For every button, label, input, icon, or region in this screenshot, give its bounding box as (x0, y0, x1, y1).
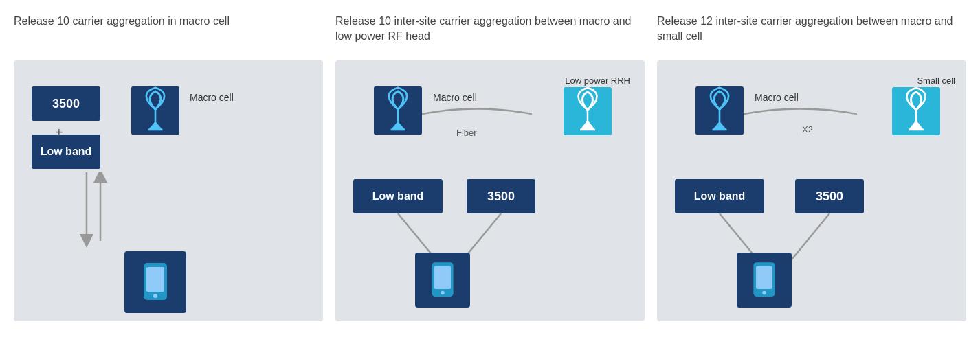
diagram-3-content: Macro cell Small cell (668, 73, 955, 306)
diagram-2-title: Release 10 inter-site carrier aggregatio… (335, 14, 645, 52)
diagram-1-content: 3500 + Low band (25, 73, 312, 306)
svg-rect-9 (146, 267, 164, 292)
diagram-1-panel: 3500 + Low band (14, 60, 323, 321)
diagrams-container: Release 10 carrier aggregation in macro … (14, 14, 966, 321)
d3-3500-box: 3500 (795, 179, 864, 213)
d3-small-cell-label: Small cell (917, 76, 955, 87)
diagram-1-block: Release 10 carrier aggregation in macro … (14, 14, 323, 321)
d2-3500-box: 3500 (467, 179, 535, 213)
d2-fiber-label: Fiber (456, 128, 477, 138)
d2-phone-icon (415, 253, 470, 308)
d2-rrh-antenna-icon (561, 85, 613, 137)
svg-point-24 (441, 291, 445, 295)
d3-small-cell-antenna-icon (890, 85, 942, 137)
diagram-3-block: Release 12 inter-site carrier aggregatio… (657, 14, 966, 321)
svg-rect-37 (756, 266, 772, 289)
d1-3500-box: 3500 (32, 86, 100, 121)
svg-point-10 (153, 294, 157, 298)
diagram-2-content: Macro cell Low power RRH (346, 73, 634, 306)
d1-phone-icon (124, 251, 186, 313)
svg-rect-23 (434, 266, 451, 289)
d1-lowband-box: Low band (32, 135, 100, 169)
diagram-3-panel: Macro cell Small cell (657, 60, 966, 321)
d1-macro-antenna-icon (124, 80, 186, 141)
d3-x2-line (744, 100, 857, 128)
diagram-2-block: Release 10 inter-site carrier aggregatio… (335, 14, 645, 321)
d3-lowband-box: Low band (675, 179, 764, 213)
diagram-3-title: Release 12 inter-site carrier aggregatio… (657, 14, 966, 52)
d1-macro-label: Macro cell (190, 92, 234, 103)
svg-point-38 (762, 291, 766, 295)
d3-phone-icon (737, 253, 792, 308)
d2-rrh-label: Low power RRH (565, 76, 630, 87)
d3-x2-label: X2 (802, 124, 813, 135)
d2-fiber-line (422, 100, 532, 128)
d3-macro-antenna-icon (689, 80, 750, 141)
d2-macro-antenna-icon (367, 80, 429, 141)
d1-arrows-svg (59, 172, 197, 255)
diagram-1-title: Release 10 carrier aggregation in macro … (14, 14, 323, 52)
d2-lowband-box: Low band (353, 179, 443, 213)
diagram-2-panel: Macro cell Low power RRH (335, 60, 645, 321)
